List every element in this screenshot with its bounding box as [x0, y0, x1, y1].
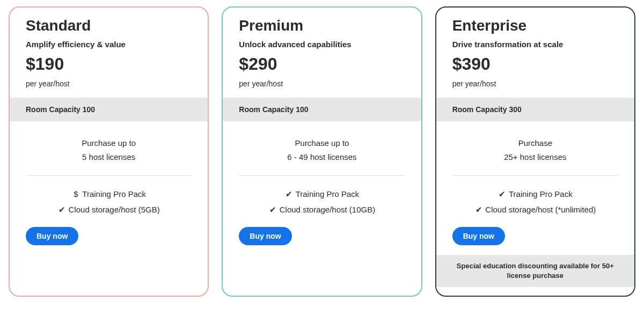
check-icon: ✔: [58, 202, 67, 218]
feature-label: Cloud storage/host (10GB): [280, 205, 375, 214]
purchase-line1: Purchase up to: [26, 136, 192, 150]
plan-card-premium: Premium Unlock advanced capabilities $29…: [222, 6, 422, 297]
plan-tagline: Drive transformation at scale: [452, 40, 618, 49]
plan-features: ✔Training Pro Pack ✔Cloud storage/host (…: [436, 176, 634, 227]
check-icon: ✔: [285, 187, 294, 202]
feature-label: Training Pro Pack: [82, 189, 146, 199]
plan-title: Standard: [26, 17, 192, 34]
plan-tagline: Amplify efficiency & value: [26, 40, 192, 49]
buy-now-button[interactable]: Buy now: [239, 227, 291, 245]
plan-purchase-info: Purchase up to 6 - 49 host licenses: [223, 136, 421, 175]
feature-cloud-storage: ✔Cloud storage/host (10GB): [239, 202, 405, 218]
feature-cloud-storage: ✔Cloud storage/host (5GB): [26, 202, 192, 218]
plan-features: ✔Training Pro Pack ✔Cloud storage/host (…: [223, 176, 421, 227]
feature-cloud-storage: ✔Cloud storage/host (*unlimited): [452, 202, 618, 218]
plan-price: $190: [26, 54, 192, 74]
plan-tagline: Unlock advanced capabilities: [239, 40, 405, 49]
purchase-line2: 6 - 49 host licenses: [239, 150, 405, 164]
feature-training-pro-pack: ✔Training Pro Pack: [239, 187, 405, 202]
plan-title: Premium: [239, 17, 405, 34]
plan-card-enterprise: Enterprise Drive transformation at scale…: [435, 6, 635, 297]
plan-capacity: Room Capacity 100: [10, 98, 208, 121]
plan-unit: per year/host: [452, 79, 618, 88]
plan-purchase-info: Purchase 25+ host licenses: [436, 136, 634, 175]
special-discount-note: Special education discounting available …: [436, 255, 634, 287]
buy-now-button[interactable]: Buy now: [452, 227, 505, 245]
purchase-line2: 5 host licenses: [26, 150, 192, 164]
purchase-line1: Purchase up to: [239, 136, 405, 150]
feature-label: Cloud storage/host (5GB): [69, 205, 160, 214]
plan-purchase-info: Purchase up to 5 host licenses: [10, 136, 208, 175]
plan-title: Enterprise: [452, 17, 618, 34]
plan-unit: per year/host: [26, 79, 192, 88]
plan-price: $390: [452, 54, 618, 74]
plan-price: $290: [239, 54, 405, 74]
plan-features: $Training Pro Pack ✔Cloud storage/host (…: [10, 176, 208, 227]
pricing-cards: Standard Amplify efficiency & value $190…: [9, 6, 635, 297]
plan-unit: per year/host: [239, 79, 405, 88]
check-icon: ✔: [498, 187, 507, 202]
buy-now-button[interactable]: Buy now: [26, 227, 78, 245]
plan-capacity: Room Capacity 300: [436, 98, 634, 121]
plan-card-standard: Standard Amplify efficiency & value $190…: [9, 6, 209, 297]
plan-capacity: Room Capacity 100: [223, 98, 421, 121]
feature-training-pro-pack: $Training Pro Pack: [26, 187, 192, 202]
dollar-icon: $: [71, 187, 80, 202]
feature-label: Cloud storage/host (*unlimited): [485, 205, 596, 214]
feature-label: Training Pro Pack: [509, 189, 573, 199]
check-icon: ✔: [269, 202, 277, 218]
feature-training-pro-pack: ✔Training Pro Pack: [452, 187, 618, 202]
purchase-line2: 25+ host licenses: [452, 150, 618, 164]
purchase-line1: Purchase: [452, 136, 618, 150]
feature-label: Training Pro Pack: [296, 189, 360, 199]
check-icon: ✔: [474, 202, 483, 218]
